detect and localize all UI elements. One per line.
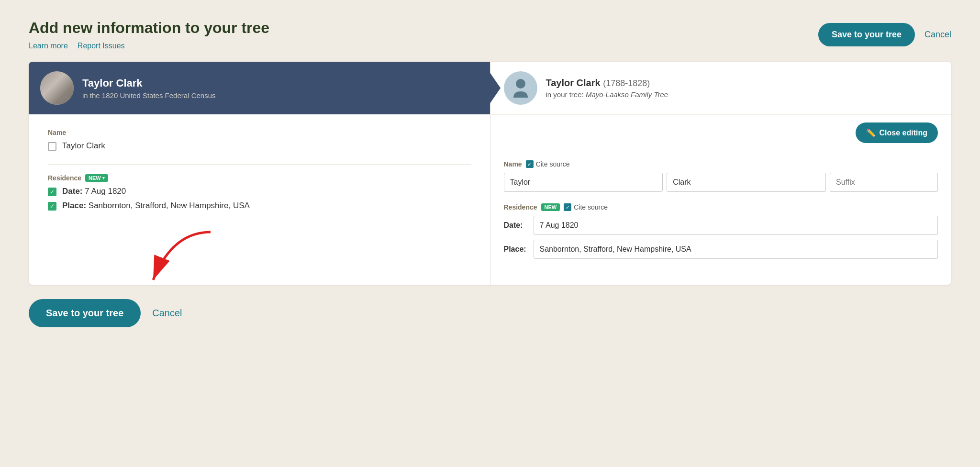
tree-date-row: Date: bbox=[504, 216, 938, 235]
tree-header-text: Taylor Clark (1788-1828) in your tree: M… bbox=[546, 78, 668, 99]
record-date-value: Date: 7 Aug 1820 bbox=[62, 187, 126, 196]
person-silhouette-icon bbox=[509, 76, 533, 100]
header-left: Add new information to your tree Learn m… bbox=[29, 19, 269, 50]
residence-new-badge: NEW bbox=[541, 203, 560, 211]
record-avatar bbox=[40, 71, 74, 105]
header-links: Learn more Report Issues bbox=[29, 42, 269, 50]
arrow-icon bbox=[124, 227, 220, 289]
record-panel: Taylor Clark in the 1820 United States F… bbox=[29, 62, 490, 285]
new-badge: NEW ▾ bbox=[85, 174, 108, 182]
tree-person-name: Taylor Clark (1788-1828) bbox=[546, 78, 668, 89]
last-name-input[interactable] bbox=[667, 173, 826, 192]
tree-place-row: Place: bbox=[504, 240, 938, 259]
cancel-button-top[interactable]: Cancel bbox=[924, 30, 951, 40]
tree-header: Taylor Clark (1788-1828) in your tree: M… bbox=[490, 62, 952, 115]
name-inputs-container bbox=[504, 173, 938, 192]
tree-residence-label: Residence NEW ✓ Cite source bbox=[504, 203, 938, 211]
close-editing-button[interactable]: ✏️ Close editing bbox=[856, 122, 938, 143]
page-header: Add new information to your tree Learn m… bbox=[29, 19, 951, 50]
save-to-tree-button-bottom[interactable]: Save to your tree bbox=[29, 299, 141, 327]
cancel-button-bottom[interactable]: Cancel bbox=[152, 308, 182, 319]
record-residence-section: Residence NEW ▾ ✓ Date: 7 Aug 1820 bbox=[48, 174, 471, 211]
name-checkbox[interactable] bbox=[48, 142, 56, 151]
save-to-tree-button-top[interactable]: Save to your tree bbox=[818, 23, 915, 46]
record-avatar-image bbox=[40, 71, 74, 105]
arrow-annotation bbox=[124, 227, 220, 291]
record-header: Taylor Clark in the 1820 United States F… bbox=[29, 62, 490, 114]
tree-place-input[interactable] bbox=[534, 240, 938, 259]
tree-body: ✏️ Close editing Name ✓ Cite source bbox=[490, 115, 952, 285]
learn-more-link[interactable]: Learn more bbox=[29, 42, 68, 50]
tree-name-label: Name ✓ Cite source bbox=[504, 160, 938, 168]
tree-residence-section: Residence NEW ✓ Cite source Date: Place: bbox=[504, 203, 938, 259]
divider-1 bbox=[48, 164, 471, 165]
place-checkbox[interactable]: ✓ bbox=[48, 202, 56, 211]
tree-place-label: Place: bbox=[504, 245, 528, 254]
pencil-icon: ✏️ bbox=[866, 128, 876, 137]
tree-date-input[interactable] bbox=[534, 216, 938, 235]
page-title: Add new information to your tree bbox=[29, 19, 269, 37]
close-editing-container: ✏️ Close editing bbox=[504, 122, 938, 153]
tree-name-section: Name ✓ Cite source bbox=[504, 160, 938, 192]
record-person-name: Taylor Clark bbox=[82, 77, 216, 89]
record-name-value: Taylor Clark bbox=[62, 141, 105, 151]
record-source: in the 1820 United States Federal Census bbox=[82, 91, 216, 100]
header-right: Save to your tree Cancel bbox=[818, 19, 951, 46]
record-body: Name Taylor Clark Residence NEW ▾ bbox=[29, 114, 490, 238]
tree-avatar bbox=[504, 71, 537, 105]
tree-description: in your tree: Mayo-Laakso Family Tree bbox=[546, 90, 668, 99]
svg-point-0 bbox=[516, 79, 525, 89]
bottom-bar: Save to your tree Cancel bbox=[29, 285, 951, 337]
record-place-row: ✓ Place: Sanbornton, Strafford, New Hamp… bbox=[48, 201, 471, 211]
cite-name-checkbox[interactable]: ✓ bbox=[526, 160, 534, 168]
chevron-down-icon: ▾ bbox=[102, 176, 105, 180]
record-date-row: ✓ Date: 7 Aug 1820 bbox=[48, 187, 471, 196]
record-place-value: Place: Sanbornton, Strafford, New Hampsh… bbox=[62, 201, 250, 211]
suffix-input[interactable] bbox=[830, 173, 938, 192]
tree-panel: Taylor Clark (1788-1828) in your tree: M… bbox=[490, 62, 952, 285]
date-checkbox[interactable]: ✓ bbox=[48, 188, 56, 196]
record-name-label: Name bbox=[48, 129, 471, 136]
tree-name-cite-source: ✓ Cite source bbox=[526, 160, 570, 168]
first-name-input[interactable] bbox=[504, 173, 663, 192]
report-issues-link[interactable]: Report Issues bbox=[78, 42, 125, 50]
tree-date-label: Date: bbox=[504, 221, 528, 230]
cite-residence-checkbox[interactable]: ✓ bbox=[564, 203, 571, 211]
record-residence-label: Residence NEW ▾ bbox=[48, 174, 471, 182]
record-header-text: Taylor Clark in the 1820 United States F… bbox=[82, 77, 216, 100]
tree-residence-cite-source: ✓ Cite source bbox=[564, 203, 608, 211]
record-name-row: Taylor Clark bbox=[48, 141, 471, 151]
record-name-section: Name Taylor Clark bbox=[48, 129, 471, 151]
